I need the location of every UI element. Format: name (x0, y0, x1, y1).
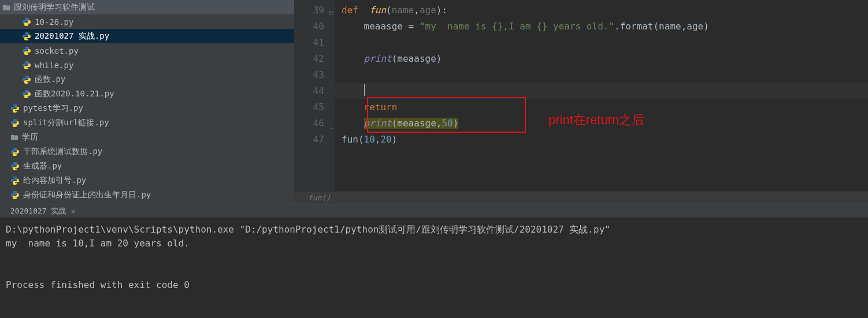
breadcrumb-hint[interactable]: fun() (294, 191, 868, 204)
fold-icon[interactable]: ⊟ (329, 5, 333, 21)
code-line[interactable]: fun(10,20) (335, 132, 868, 148)
svg-rect-3 (11, 134, 14, 136)
tree-item[interactable]: 10-26.py (0, 14, 294, 29)
tree-item-label: while.py (35, 61, 73, 70)
run-panel: 20201027 实战 × D:\pythonProject1\venv\Scr… (0, 204, 868, 318)
code-line[interactable] (335, 67, 868, 83)
text-caret (364, 84, 365, 96)
tree-item[interactable]: 函数.py (0, 72, 294, 87)
tree-item-label: split分割url链接.py (23, 118, 109, 128)
tree-item[interactable]: while.py (0, 58, 294, 72)
tree-item-label: 10-26.py (35, 17, 73, 27)
run-tabbar[interactable]: 20201027 实战 × (0, 204, 868, 218)
tree-item[interactable]: 给内容加引号.py (0, 173, 294, 188)
line-gutter: 39 40 41 42 43 44 45 46 47 ⊟ ⌞ (294, 0, 335, 191)
python-file-icon (10, 118, 20, 128)
annotation-text: print在return之后 (548, 112, 644, 128)
folder-icon (10, 133, 18, 141)
python-file-icon (10, 162, 20, 171)
code-area[interactable]: 39 40 41 42 43 44 45 46 47 ⊟ ⌞ def fun(n… (294, 0, 868, 191)
tree-item-label: 学历 (22, 132, 38, 143)
tree-item-label: socket.py (35, 46, 79, 55)
tree-root[interactable]: 跟刘传明学习软件测试 (0, 0, 294, 14)
tree-item-label: 函数.py (35, 74, 65, 85)
run-tab-label: 20201027 实战 (10, 206, 66, 216)
ide-window: 跟刘传明学习软件测试 10-26.py20201027 实战.pysocket.… (0, 0, 868, 318)
python-file-icon (22, 32, 31, 41)
tree-root-label: 跟刘传明学习软件测试 (14, 2, 95, 13)
top-split: 跟刘传明学习软件测试 10-26.py20201027 实战.pysocket.… (0, 0, 868, 204)
code-editor[interactable]: 39 40 41 42 43 44 45 46 47 ⊟ ⌞ def fun(n… (294, 0, 868, 204)
project-tree[interactable]: 跟刘传明学习软件测试 10-26.py20201027 实战.pysocket.… (0, 0, 294, 204)
python-file-icon (22, 46, 31, 55)
code-line[interactable]: meaasge = "my name is {},I am {} years o… (335, 18, 868, 35)
tree-item[interactable]: 生成器.py (0, 159, 294, 173)
tree-item-label: 身份证和身份证上的出生年月日.py (23, 190, 151, 200)
python-file-icon (10, 104, 20, 113)
tree-item-label: 给内容加引号.py (23, 175, 86, 186)
tree-item-label: 20201027 实战.py (35, 31, 109, 42)
tree-item[interactable]: 干部系统测试数据.py (0, 144, 294, 159)
tree-item[interactable]: socket.py (0, 43, 294, 58)
tree-item[interactable]: split分割url链接.py (0, 115, 294, 130)
folder-icon (2, 3, 10, 12)
python-file-icon (10, 190, 20, 200)
python-file-icon (22, 75, 31, 84)
tree-item[interactable]: 身份证和身份证上的出生年月日.py (0, 188, 294, 202)
tree-item[interactable]: 20201027 实战.py (0, 29, 294, 43)
tree-item-label: 函数2020.10.21.py (35, 89, 114, 99)
fold-end-icon: ⌞ (329, 118, 333, 134)
tree-item[interactable]: 学历 (0, 130, 294, 144)
python-file-icon (22, 61, 31, 70)
python-file-icon (22, 89, 31, 99)
tree-item-label: pytest学习.py (23, 103, 83, 114)
tree-item[interactable]: 函数2020.10.21.py (0, 87, 294, 101)
console-output[interactable]: D:\pythonProject1\venv\Scripts\python.ex… (0, 218, 868, 318)
svg-rect-1 (3, 5, 6, 6)
python-file-icon (10, 176, 20, 185)
tree-item-label: 生成器.py (23, 161, 62, 171)
code-line-current[interactable] (335, 83, 868, 99)
python-file-icon (10, 147, 20, 156)
run-tab[interactable]: 20201027 实战 × (5, 204, 81, 218)
code-body[interactable]: def fun(name,age): meaasge = "my name is… (335, 0, 868, 191)
code-line[interactable] (335, 35, 868, 51)
python-file-icon (22, 17, 31, 27)
tree-item-label: 干部系统测试数据.py (23, 147, 102, 157)
code-line[interactable]: print(meaasge) (335, 51, 868, 67)
tree-item[interactable]: pytest学习.py (0, 101, 294, 115)
code-line[interactable]: def fun(name,age): (335, 2, 868, 18)
close-icon[interactable]: × (71, 207, 75, 216)
